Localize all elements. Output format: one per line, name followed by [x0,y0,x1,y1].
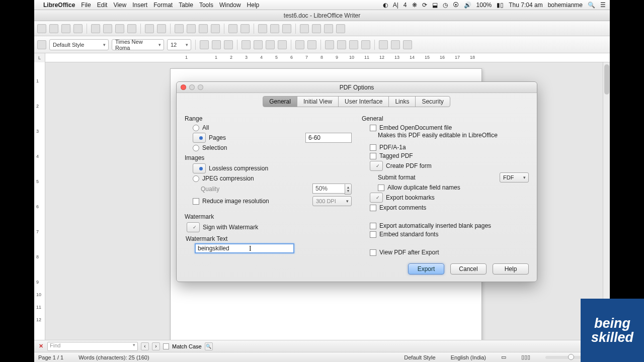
edit-icon[interactable] [91,24,100,33]
autospell-icon[interactable] [157,24,166,33]
evernote-icon[interactable]: ❋ [412,2,417,9]
status-insert[interactable]: ▭ [501,354,506,360]
view-after-export-checkbox[interactable] [370,249,376,256]
status-icon[interactable]: 4 [404,2,407,9]
range-pages-input[interactable] [305,133,352,143]
underline-icon[interactable] [224,40,233,49]
paste-icon[interactable] [199,24,208,33]
status-words[interactable]: Words (characters): 25 (160) [78,354,149,360]
menu-help[interactable]: Help [247,2,260,9]
lossless-radio[interactable] [193,163,206,173]
match-case-checkbox[interactable] [163,343,169,349]
bullet-list-icon[interactable] [337,40,346,49]
clock-text[interactable]: Thu 7:04 am [509,2,542,9]
user-name[interactable]: bohemianme [548,2,583,9]
menu-window[interactable]: Window [219,2,241,9]
rtl-icon[interactable] [307,40,316,49]
find-icon[interactable] [300,24,309,33]
create-form-checkbox[interactable] [370,161,383,171]
cut-icon[interactable] [175,24,184,33]
menu-tools[interactable]: Tools [199,2,213,9]
close-window-icon[interactable] [181,84,186,90]
undo-icon[interactable] [228,24,237,33]
email-icon[interactable] [73,24,83,33]
new-doc-icon[interactable] [37,24,46,33]
battery-percent[interactable]: 100% [476,2,492,9]
show-draw-icon[interactable] [282,24,291,33]
open-icon[interactable] [49,24,58,33]
tab-security[interactable]: Security [415,96,450,107]
font-name-combo[interactable]: Times New Roma [112,39,164,50]
tab-links[interactable]: Links [388,96,416,107]
outdent-icon[interactable] [349,40,358,49]
spellcheck-icon[interactable] [145,24,154,33]
format-paint-icon[interactable] [211,24,220,33]
cancel-button[interactable]: Cancel [450,263,487,275]
find-all-icon[interactable]: 🔍 [205,342,213,350]
vertical-ruler[interactable]: 1 2 3 4 5 6 7 8 9 10 11 12 [34,62,45,340]
notification-icon[interactable]: ☰ [600,2,606,9]
range-selection-radio[interactable] [193,145,199,151]
help-button[interactable]: Help [493,263,529,275]
blank-pages-checkbox[interactable] [370,223,376,229]
menu-insert[interactable]: Insert [132,2,147,9]
menu-format[interactable]: Format [153,2,173,9]
sign-watermark-checkbox[interactable] [187,222,200,232]
export-button[interactable]: Export [408,263,444,275]
app-name[interactable]: LibreOffice [43,2,75,9]
spotlight-icon[interactable]: 🔍 [588,2,595,9]
font-size-combo[interactable]: 12 [167,39,191,50]
clock-icon[interactable]: ◷ [443,2,448,9]
duplicate-names-checkbox[interactable] [378,185,384,191]
horizontal-ruler[interactable]: L 1 1 2 3 4 5 6 7 8 9 10 11 12 13 14 15 … [34,53,610,62]
styles-icon[interactable] [37,40,46,49]
zoom-icon[interactable] [336,24,345,33]
highlight-icon[interactable] [391,40,400,49]
find-next-icon[interactable]: › [152,342,160,350]
tagged-pdf-checkbox[interactable] [370,153,376,159]
dialog-titlebar[interactable]: PDF Options [177,82,537,93]
battery-icon[interactable]: ▮▯ [497,2,504,9]
ltr-icon[interactable] [295,40,304,49]
status-language[interactable]: English (India) [451,354,486,360]
tab-initial-view[interactable]: Initial View [297,96,339,107]
italic-icon[interactable] [212,40,221,49]
range-pages-radio[interactable] [193,133,206,143]
navigator-icon[interactable] [312,24,321,33]
font-color-icon[interactable] [379,40,388,49]
menu-file[interactable]: File [81,2,91,9]
status-view-icons[interactable]: ▯▯▯ [521,354,530,360]
align-left-icon[interactable] [242,40,251,49]
zoom-knob[interactable] [568,354,574,360]
number-list-icon[interactable] [325,40,334,49]
embed-odf-checkbox[interactable] [370,125,376,131]
status-icon[interactable]: A| [393,2,398,9]
menu-view[interactable]: View [113,2,126,9]
dropbox-icon[interactable]: ⬓ [432,2,438,9]
scrollbar-thumb[interactable] [604,64,609,95]
range-all-radio[interactable] [193,125,199,131]
bg-color-icon[interactable] [403,40,412,49]
dpi-select[interactable]: 300 DPI [312,196,352,206]
gallery-icon[interactable] [324,24,333,33]
menu-table[interactable]: Table [179,2,193,9]
watermark-text-input[interactable] [195,243,294,253]
sync-icon[interactable]: ⟳ [422,2,427,9]
indent-icon[interactable] [361,40,370,49]
pdfa-checkbox[interactable] [370,144,376,151]
reduce-resolution-checkbox[interactable] [193,198,199,205]
volume-icon[interactable]: 🔊 [464,2,471,9]
close-find-icon[interactable]: ✕ [37,343,44,349]
wifi-icon[interactable]: ⦿ [453,2,459,9]
redo-icon[interactable] [240,24,250,33]
find-prev-icon[interactable]: ‹ [141,342,149,350]
paragraph-style-combo[interactable]: Default Style [49,39,109,50]
preview-icon[interactable] [127,24,136,33]
status-page[interactable]: Page 1 / 1 [38,354,63,360]
find-input[interactable]: Find [47,342,138,351]
print-icon[interactable] [115,24,124,33]
menu-edit[interactable]: Edit [97,2,108,9]
tab-user-interface[interactable]: User Interface [338,96,389,107]
submit-format-select[interactable]: FDF [500,172,529,183]
jpeg-radio[interactable] [193,175,199,182]
